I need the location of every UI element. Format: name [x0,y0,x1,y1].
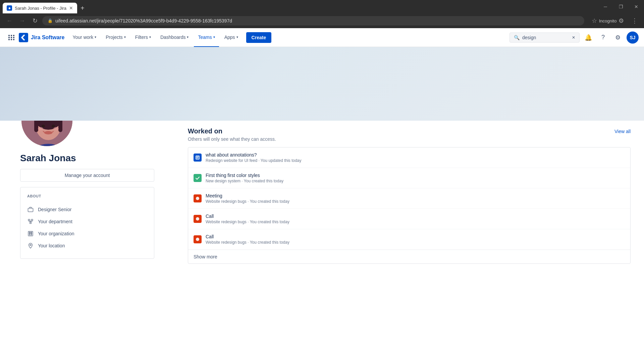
svg-point-7 [42,125,45,127]
restore-button[interactable]: ❐ [613,1,629,12]
top-nav: Jira Software Your work ▾ Projects ▾ Fil… [0,28,644,47]
back-button[interactable]: ← [4,15,15,26]
new-tab-button[interactable]: + [77,3,88,13]
svg-point-31 [196,197,199,200]
tab-title: Sarah Jonas - Profile - Jira [15,6,66,11]
svg-rect-0 [19,33,28,42]
profile-main: Worked on View all Others will only see … [174,121,644,270]
work-item-info: Meeting Website redesign bugs · You crea… [206,193,625,204]
nav-logo-text: Jira Software [31,35,64,41]
chevron-down-icon: ▾ [213,35,215,39]
chevron-down-icon: ▾ [95,35,96,39]
about-location-text: Your location [38,243,65,248]
nav-search[interactable]: 🔍 ✕ [509,33,580,43]
work-item: Meeting Website redesign bugs · You crea… [188,188,630,209]
browser-controls: ← → ↻ 🔒 uifeed.atlassian.net/jira/people… [0,13,644,28]
svg-point-10 [38,127,43,130]
svg-point-8 [52,125,55,127]
work-item-meta: Website redesign bugs · You created this… [206,240,625,245]
extensions-button[interactable]: ⚙ [616,15,627,26]
worked-on-subtitle: Others will only see what they can acces… [188,136,631,142]
work-item: Call Website redesign bugs · You created… [188,229,630,250]
nav-item-filters[interactable]: Filters ▾ [131,28,155,47]
briefcase-icon [27,206,34,213]
svg-point-2 [30,144,67,147]
nav-item-projects[interactable]: Projects ▾ [102,28,130,47]
work-item-meta: Redesign website for UI feed · You updat… [206,158,625,163]
clear-search-icon[interactable]: ✕ [572,35,575,40]
svg-point-33 [196,238,199,241]
create-button[interactable]: Create [246,32,272,43]
chevron-down-icon: ▾ [187,35,189,39]
work-item-info: Call Website redesign bugs · You created… [206,234,625,245]
nav-item-dashboards[interactable]: Dashboards ▾ [156,28,193,47]
settings-button[interactable]: ⚙ [612,32,624,44]
svg-point-9 [44,131,52,134]
svg-point-26 [30,244,31,246]
work-item-info: First thing first color styles New desig… [206,173,625,183]
nav-item-your-work[interactable]: Your work ▾ [68,28,100,47]
story-icon [194,154,202,162]
work-item-title[interactable]: First thing first color styles [206,173,625,178]
nav-right: 🔍 ✕ 🔔 ? ⚙ SJ [509,32,639,44]
svg-rect-23 [31,232,32,233]
search-icon: 🔍 [514,35,520,40]
work-item-title[interactable]: Call [206,234,625,239]
show-more-button[interactable]: Show more [188,250,630,263]
profile-button[interactable]: Incognito [602,15,613,26]
work-item-meta: Website redesign bugs · You created this… [206,199,625,204]
menu-button[interactable]: ⋮ [629,15,640,26]
tab-close-button[interactable]: ✕ [69,5,73,11]
work-item: what about annotations? Redesign website… [188,147,630,168]
org-icon [27,218,34,225]
bug-icon [194,235,202,243]
minimize-button[interactable]: ─ [598,1,613,12]
about-department-text: Your department [38,219,72,224]
location-icon [27,242,34,249]
about-section: ABOUT Designer Senior [20,187,154,259]
notifications-button[interactable]: 🔔 [582,32,594,44]
bug-icon [194,194,202,202]
work-item-info: Call Website redesign bugs · You created… [206,214,625,224]
manage-account-button[interactable]: Manage your account [20,169,154,182]
about-label: ABOUT [27,194,147,198]
nav-logo[interactable]: Jira Software [19,33,64,42]
address-bar[interactable]: 🔒 uifeed.atlassian.net/jira/people/71202… [42,16,584,25]
reload-button[interactable]: ↻ [30,15,40,26]
work-item-title[interactable]: what about annotations? [206,152,625,158]
svg-rect-12 [28,208,33,212]
browser-actions: ☆ Incognito ⚙ ⋮ [589,15,640,26]
work-item-info: what about annotations? Redesign website… [206,152,625,163]
forward-button[interactable]: → [17,15,28,26]
work-item-title[interactable]: Call [206,214,625,219]
profile-content: Sarah Jonas Manage your account ABOUT De… [0,121,644,270]
jira-app: Jira Software Your work ▾ Projects ▾ Fil… [0,28,644,362]
bookmark-button[interactable]: ☆ [589,15,600,26]
nav-item-apps[interactable]: Apps ▾ [220,28,242,47]
svg-rect-15 [31,219,33,221]
view-all-link[interactable]: View all [614,129,631,134]
about-item-organization: Your organization [27,228,147,240]
search-input[interactable] [522,35,569,40]
work-item: First thing first color styles New desig… [188,168,630,188]
help-button[interactable]: ? [597,32,609,44]
nav-item-teams[interactable]: Teams ▾ [194,28,219,47]
browser-tab[interactable]: Sarah Jonas - Profile - Jira ✕ [3,3,77,13]
about-item-location: Your location [27,240,147,252]
svg-rect-22 [29,232,30,233]
about-item-department: Your department [27,216,147,228]
about-org-text: Your organization [38,231,74,236]
close-button[interactable]: ✕ [629,1,644,12]
work-item-title[interactable]: Meeting [206,193,625,198]
about-role-text: Designer Senior [38,207,71,212]
lock-icon: 🔒 [48,18,53,23]
bug-icon [194,215,202,223]
work-item: Call Website redesign bugs · You created… [188,209,630,229]
building-icon [27,230,34,237]
worked-on-card: what about annotations? Redesign website… [188,147,631,264]
waffle-menu-button[interactable] [5,32,17,44]
worked-on-title: Worked on [188,127,222,135]
work-item-meta: Website redesign bugs · You created this… [206,220,625,224]
svg-point-32 [196,217,199,221]
user-avatar[interactable]: SJ [627,32,639,44]
